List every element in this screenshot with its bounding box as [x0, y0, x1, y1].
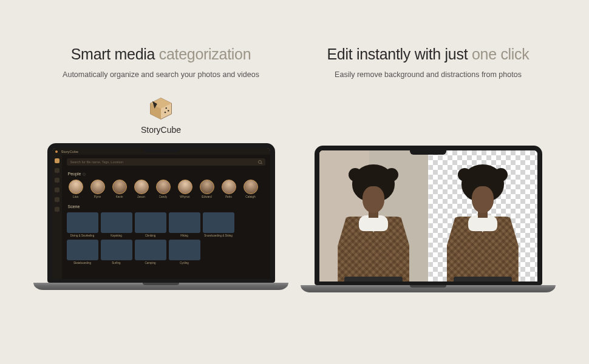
heading-part: Edit instantly with just — [327, 46, 471, 62]
product-brand: StoryCube — [141, 96, 181, 135]
scene-thumb — [135, 240, 166, 260]
person-name: Candy — [159, 195, 168, 198]
background-removal-compare — [319, 150, 537, 281]
scene-item[interactable]: Kayaking — [101, 212, 132, 237]
scene-name: Snowboarding & Skiing — [203, 234, 234, 237]
scene-name: Hiking — [169, 234, 200, 237]
scene-grid: Diving & Snorkeling Kayaking Climbing Hi… — [67, 211, 265, 265]
search-placeholder: Search for file name, Tags, Location — [70, 160, 124, 164]
before-image — [319, 150, 429, 281]
person-name: Lisa — [73, 195, 78, 198]
scene-item[interactable]: Climbing — [135, 212, 166, 237]
scene-name: Kayaking — [101, 234, 132, 237]
scene-item[interactable]: Cycling — [169, 240, 200, 265]
feature-heading: Edit instantly with just one click — [327, 46, 529, 63]
person-name: Kevin — [116, 195, 123, 198]
person-name: Flynn — [94, 195, 101, 198]
scene-item[interactable]: Camping — [135, 240, 166, 265]
avatar — [134, 180, 149, 194]
scene-name: Cycling — [169, 261, 200, 265]
person-item[interactable]: Whynot — [176, 180, 194, 198]
search-input[interactable]: Search for file name, Tags, Location — [67, 158, 265, 166]
scene-thumb — [67, 212, 98, 233]
people-row: Lisa Flynn Kevin Jason Candy Whynot Edwa… — [67, 178, 265, 202]
app-body: Search for file name, Tags, Location Peo… — [52, 155, 270, 279]
scene-name: Surfing — [101, 261, 132, 265]
scene-thumb — [67, 240, 98, 260]
person-item[interactable]: Fetts — [220, 180, 238, 198]
scene-thumb — [203, 212, 234, 233]
search-icon — [258, 160, 262, 164]
laptop-mockup-right — [315, 146, 542, 292]
person-item[interactable]: Kevin — [111, 180, 129, 198]
heading-accent: one click — [472, 46, 529, 62]
scene-name: Climbing — [135, 234, 166, 237]
avatar — [243, 180, 258, 194]
feature-panel-categorization: Smart media categorization Automatically… — [43, 46, 279, 364]
scene-item[interactable]: Snowboarding & Skiing — [203, 212, 234, 237]
svg-point-4 — [166, 107, 167, 109]
feature-subtitle: Automatically organize and search your p… — [63, 70, 259, 79]
storycube-logo-icon — [148, 96, 174, 121]
sidebar-item-edit[interactable] — [55, 197, 60, 202]
laptop-on-lap — [454, 277, 512, 281]
scene-thumb — [101, 240, 132, 260]
laptop-notch — [410, 149, 446, 155]
subject-figure — [328, 161, 419, 281]
person-item[interactable]: Jason — [132, 180, 151, 198]
section-label-text: People — [68, 172, 81, 176]
feature-subtitle: Easily remove background and distraction… — [335, 70, 522, 79]
face-shape — [472, 186, 494, 213]
person-item[interactable]: Candy — [154, 180, 172, 198]
sidebar-item-places[interactable] — [55, 178, 60, 183]
heading-accent: categorization — [159, 46, 251, 62]
scene-item[interactable]: Hiking — [169, 212, 200, 237]
scene-item[interactable]: Skateboarding — [67, 240, 98, 265]
person-name: Whynot — [180, 195, 189, 198]
scene-item[interactable]: Diving & Snorkeling — [67, 212, 98, 237]
scene-thumb — [101, 212, 132, 233]
avatar — [112, 180, 127, 194]
person-item[interactable]: Lisa — [67, 180, 85, 198]
subject-figure — [437, 161, 528, 281]
scene-name: Skateboarding — [67, 261, 98, 265]
laptop-mockup-left: StoryCube Search f — [47, 143, 275, 290]
avatar — [178, 180, 192, 194]
scene-thumb — [169, 240, 200, 260]
person-name: Edward — [202, 195, 211, 198]
person-item[interactable]: Flynn — [89, 180, 107, 198]
laptop-screen: StoryCube Search f — [47, 143, 275, 283]
section-count-icon: ⓘ — [83, 172, 86, 176]
window-control-icon[interactable] — [55, 150, 58, 153]
person-name: Jason — [137, 195, 145, 198]
app-sidebar — [52, 155, 62, 279]
section-label-text: Scene — [68, 204, 80, 209]
laptop-screen — [315, 146, 542, 285]
scene-thumb — [169, 212, 200, 233]
sidebar-item-settings[interactable] — [55, 207, 60, 212]
after-image-transparent — [428, 150, 537, 281]
avatar — [200, 180, 214, 194]
compare-divider[interactable] — [428, 150, 429, 281]
sidebar-item-albums[interactable] — [55, 187, 60, 192]
person-item[interactable]: Caleigh — [242, 180, 260, 198]
app-title: StoryCube — [61, 150, 78, 153]
avatar — [69, 180, 83, 194]
person-name: Caleigh — [245, 195, 255, 198]
brand-name: StoryCube — [141, 125, 181, 135]
section-scene-label: Scene — [68, 204, 265, 209]
svg-point-6 — [165, 112, 166, 113]
laptop-notch — [143, 147, 179, 152]
person-item[interactable]: Edward — [198, 180, 216, 198]
sidebar-item-people[interactable] — [55, 168, 60, 173]
section-people-label: People ⓘ — [68, 172, 265, 176]
laptop-base — [301, 285, 556, 292]
scene-item[interactable]: Surfing — [101, 240, 132, 265]
heading-part: Smart media — [71, 46, 159, 62]
scene-name: Camping — [135, 261, 166, 265]
app-window: StoryCube Search f — [52, 148, 270, 279]
person-name: Fetts — [225, 195, 232, 198]
laptop-on-lap — [344, 277, 403, 281]
avatar — [156, 180, 171, 194]
sidebar-item-library[interactable] — [55, 158, 60, 163]
